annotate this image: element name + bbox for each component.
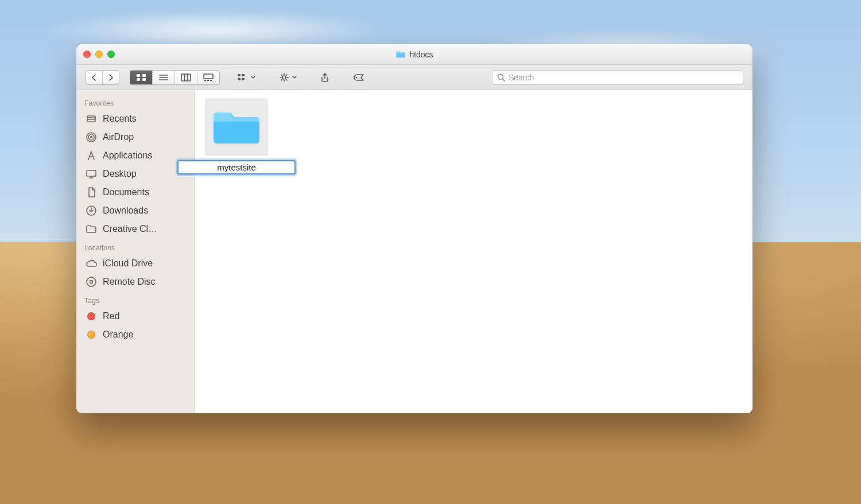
svg-rect-1 — [142, 74, 146, 77]
share-icon — [321, 73, 329, 82]
tag-dot-icon — [86, 329, 97, 340]
view-list-button[interactable] — [152, 71, 174, 84]
gallery-icon — [203, 73, 214, 82]
window-title-text: htdocs — [409, 50, 433, 59]
sidebar-item-label: Applications — [103, 150, 152, 161]
finder-sidebar: Favorites Recents AirDrop Applications D… — [76, 90, 195, 413]
view-columns-button[interactable] — [174, 71, 197, 84]
gear-icon — [280, 73, 289, 82]
sidebar-item-label: Orange — [103, 329, 133, 340]
folder-icon — [86, 223, 97, 235]
desktop-icon — [86, 168, 97, 180]
chevron-left-icon — [91, 73, 98, 82]
svg-rect-4 — [181, 74, 191, 81]
folder-name-input[interactable] — [177, 160, 296, 175]
close-button[interactable] — [83, 51, 91, 58]
columns-icon — [181, 73, 191, 82]
view-switcher — [130, 70, 220, 85]
folder-icon-large[interactable] — [205, 98, 268, 156]
documents-icon — [86, 187, 97, 198]
search-icon — [497, 73, 505, 82]
view-icons-button[interactable] — [130, 71, 152, 84]
sidebar-header-locations: Locations — [76, 238, 194, 254]
sidebar-tag-red[interactable]: Red — [76, 307, 194, 325]
sidebar-item-recents[interactable]: Recents — [76, 110, 194, 128]
downloads-icon — [86, 205, 97, 216]
svg-rect-0 — [137, 74, 140, 77]
airdrop-icon — [86, 131, 97, 143]
svg-rect-20 — [87, 170, 96, 176]
svg-rect-11 — [238, 78, 241, 80]
svg-rect-6 — [204, 80, 206, 81]
group-icon — [237, 73, 247, 82]
folder-item[interactable] — [205, 98, 268, 175]
sidebar-header-tags: Tags — [76, 291, 194, 307]
minimize-button[interactable] — [95, 51, 103, 58]
window-titlebar[interactable]: htdocs — [76, 44, 753, 65]
finder-toolbar — [76, 65, 753, 90]
back-button[interactable] — [86, 71, 102, 84]
sidebar-item-downloads[interactable]: Downloads — [76, 201, 194, 220]
sidebar-item-label: Recents — [103, 114, 137, 124]
folder-icon — [212, 107, 261, 147]
sidebar-item-airdrop[interactable]: AirDrop — [76, 128, 194, 146]
sidebar-item-label: Red — [103, 311, 119, 321]
sidebar-item-creative-cloud[interactable]: Creative Cl… — [76, 220, 194, 238]
finder-content[interactable] — [195, 90, 753, 413]
sidebar-item-label: Desktop — [103, 169, 137, 179]
window-controls — [83, 51, 115, 58]
zoom-button[interactable] — [107, 51, 115, 58]
sidebar-header-favorites: Favorites — [76, 94, 194, 110]
disc-icon — [86, 276, 97, 288]
sidebar-item-label: AirDrop — [103, 132, 134, 142]
sidebar-item-label: Remote Disc — [103, 277, 156, 287]
svg-rect-8 — [210, 80, 212, 81]
icloud-icon — [86, 258, 97, 269]
svg-rect-2 — [137, 78, 140, 81]
arrange-button[interactable] — [230, 65, 262, 90]
svg-rect-9 — [238, 74, 241, 76]
tag-icon — [353, 73, 364, 82]
search-field[interactable] — [492, 70, 743, 85]
svg-point-14 — [356, 76, 358, 78]
chevron-right-icon — [107, 73, 114, 82]
folder-icon — [395, 51, 406, 59]
applications-icon — [86, 150, 97, 161]
view-gallery-button[interactable] — [197, 71, 219, 84]
svg-rect-12 — [242, 78, 245, 80]
svg-point-22 — [87, 277, 96, 286]
chevron-down-icon — [292, 76, 297, 79]
search-input[interactable] — [509, 73, 738, 82]
finder-window: htdocs — [76, 44, 753, 413]
tags-button[interactable] — [346, 65, 371, 90]
chevron-down-icon — [251, 76, 255, 79]
svg-rect-3 — [142, 78, 146, 81]
svg-rect-5 — [204, 74, 213, 79]
svg-point-17 — [90, 136, 92, 138]
sidebar-item-documents[interactable]: Documents — [76, 183, 194, 201]
svg-point-13 — [282, 76, 286, 79]
sidebar-item-icloud[interactable]: iCloud Drive — [76, 254, 194, 273]
tag-dot-icon — [86, 311, 97, 322]
forward-button[interactable] — [102, 71, 119, 84]
svg-rect-16 — [87, 116, 95, 122]
svg-point-23 — [90, 281, 93, 284]
sidebar-item-label: Creative Cl… — [103, 224, 157, 234]
svg-rect-7 — [207, 80, 209, 81]
grid-icon — [136, 73, 146, 82]
window-title: htdocs — [76, 44, 753, 64]
svg-rect-10 — [242, 74, 245, 76]
action-menu-button[interactable] — [273, 65, 304, 90]
nav-back-forward — [86, 70, 119, 85]
sidebar-item-desktop[interactable]: Desktop — [76, 165, 194, 183]
sidebar-item-label: Downloads — [103, 206, 148, 216]
sidebar-item-label: Documents — [103, 187, 149, 197]
sidebar-tag-orange[interactable]: Orange — [76, 325, 194, 344]
sidebar-item-remote-disc[interactable]: Remote Disc — [76, 273, 194, 291]
recents-icon — [86, 113, 97, 125]
sidebar-item-label: iCloud Drive — [103, 258, 153, 269]
sidebar-item-applications[interactable]: Applications — [76, 146, 194, 165]
list-icon — [158, 73, 169, 82]
share-button[interactable] — [314, 65, 336, 90]
